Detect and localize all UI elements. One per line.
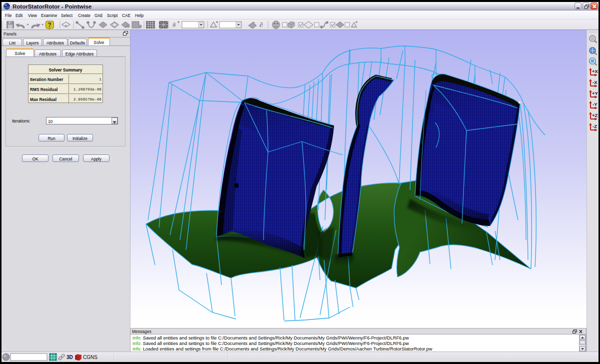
svg-text:-Y: -Y	[592, 102, 598, 107]
svg-text:-X: -X	[592, 80, 598, 85]
svg-text:-Z: -Z	[592, 124, 597, 129]
svg-text:#: #	[172, 22, 176, 28]
svg-text:CGNS: CGNS	[83, 354, 98, 360]
svg-text:3D: 3D	[66, 354, 73, 360]
svg-text:+Y: +Y	[592, 90, 598, 96]
svg-text:+Z: +Z	[592, 112, 598, 118]
svg-text:+X: +X	[592, 68, 598, 74]
svg-text:?: ?	[48, 22, 52, 28]
svg-text:∂: ∂	[260, 21, 262, 28]
